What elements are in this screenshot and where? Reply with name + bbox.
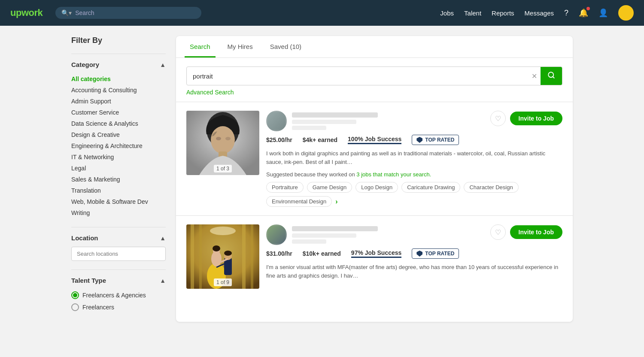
freelancer-subtitle-2	[292, 233, 356, 238]
user-switch-icon[interactable]: 👤	[598, 8, 608, 18]
freelancer-details-1	[292, 112, 378, 130]
tag-portraiture[interactable]: Portraiture	[266, 182, 304, 193]
main-search-area: ✕ Advanced Search	[176, 58, 573, 102]
save-button-2[interactable]: ♡	[490, 224, 506, 240]
stats-row-2: $31.00/hr $10k+ earned 97% Job Success T…	[266, 248, 562, 259]
badge-label-1: TOP RATED	[425, 137, 454, 143]
talent-type-chevron-icon: ▲	[160, 277, 166, 284]
category-translation[interactable]: Translation	[71, 185, 166, 196]
talent-type-header[interactable]: Talent Type ▲	[71, 277, 166, 284]
top-rated-badge-1: TOP RATED	[412, 135, 459, 145]
tab-search[interactable]: Search	[185, 36, 216, 57]
stats-row-1: $25.00/hr $4k+ earned 100% Job Success T…	[266, 135, 562, 145]
tag-character-design[interactable]: Character Design	[464, 182, 518, 193]
tab-my-hires[interactable]: My Hires	[222, 36, 258, 57]
notification-dot	[586, 7, 590, 10]
notifications-icon[interactable]: 🔔	[579, 8, 588, 18]
category-web[interactable]: Web, Mobile & Software Dev	[71, 196, 166, 207]
category-admin[interactable]: Admin Support	[71, 96, 166, 107]
sidebar: Filter By Category ▲ All categories Acco…	[71, 36, 166, 322]
location-filter: Location ▲	[71, 227, 166, 261]
header-search-input[interactable]	[75, 9, 187, 16]
category-writing[interactable]: Writing	[71, 207, 166, 218]
talent-option-freelancers[interactable]: Freelancers	[71, 301, 166, 313]
talent-freelancers-label: Freelancers	[82, 304, 114, 311]
portfolio-image-1[interactable]: 1 of 3	[186, 111, 259, 175]
job-success-2: 97% Job Success	[351, 249, 402, 258]
tag-logo-design[interactable]: Logo Design	[355, 182, 398, 193]
category-accounting[interactable]: Accounting & Consulting	[71, 85, 166, 96]
svg-rect-12	[242, 224, 246, 289]
page-layout: Filter By Category ▲ All categories Acco…	[64, 26, 580, 332]
location-chevron-icon: ▲	[160, 235, 166, 242]
category-all[interactable]: All categories	[71, 73, 166, 85]
tabs-bar: Search My Hires Saved (10)	[176, 36, 573, 58]
portfolio-image-2[interactable]: 1 of 9	[186, 224, 259, 289]
card-top-row-2: ♡ Invite to Job	[266, 224, 562, 245]
freelancer-name-2	[292, 226, 378, 231]
svg-point-14	[210, 227, 236, 235]
invite-button-2[interactable]: Invite to Job	[510, 225, 562, 239]
image-count-2: 1 of 9	[214, 278, 232, 286]
job-success-1: 100% Job Success	[348, 136, 401, 144]
card-top-row-1: ♡ Invite to Job	[266, 111, 562, 131]
header-search-bar[interactable]: 🔍▾	[55, 7, 201, 19]
main-search-button[interactable]	[541, 67, 562, 85]
tag-environmental-design[interactable]: Environmental Design	[266, 196, 332, 207]
category-filter-header[interactable]: Category ▲	[71, 61, 166, 68]
header-nav: Jobs Talent Reports Messages ? 🔔 👤	[440, 5, 634, 21]
freelancer-avatar-2	[266, 224, 287, 245]
help-icon[interactable]: ?	[564, 9, 568, 18]
svg-line-1	[553, 76, 554, 78]
card-actions-1: ♡ Invite to Job	[490, 111, 562, 126]
location-title: Location	[71, 234, 98, 242]
result-card-1: 1 of 3 ♡	[176, 102, 573, 215]
invite-button-1[interactable]: Invite to Job	[510, 112, 562, 125]
card-right-1: ♡ Invite to Job $25.00/hr $4k+ earned 10…	[266, 111, 562, 207]
category-customer-service[interactable]: Customer Service	[71, 107, 166, 118]
tag-game-design[interactable]: Game Design	[307, 182, 352, 193]
suggested-text-1: Suggested because they worked on 3 jobs …	[266, 171, 562, 178]
rate-2: $31.00/hr	[266, 250, 292, 257]
tags-more-icon[interactable]: ›	[335, 198, 337, 206]
category-it[interactable]: IT & Networking	[71, 151, 166, 163]
filter-by-title: Filter By	[71, 36, 166, 45]
search-clear-icon[interactable]: ✕	[528, 72, 541, 80]
logo[interactable]: upwork	[10, 7, 43, 18]
freelancer-name-1	[292, 112, 378, 118]
category-sales[interactable]: Sales & Marketing	[71, 174, 166, 185]
result-card-2: 1 of 9 ♡	[176, 215, 573, 297]
radio-agencies-fill	[73, 293, 77, 297]
svg-point-18	[213, 245, 220, 251]
header: upwork 🔍▾ Jobs Talent Reports Messages ?…	[0, 0, 644, 26]
category-legal[interactable]: Legal	[71, 163, 166, 174]
description-1: I work both in digital graphics and pain…	[266, 149, 562, 166]
main-search-input[interactable]	[187, 68, 528, 84]
nav-jobs[interactable]: Jobs	[440, 9, 454, 17]
talent-option-agencies[interactable]: Freelancers & Agencies	[71, 289, 166, 301]
user-avatar[interactable]	[618, 5, 634, 21]
category-engineering[interactable]: Engineering & Architecture	[71, 140, 166, 151]
nav-talent[interactable]: Talent	[464, 9, 481, 17]
category-design[interactable]: Design & Creative	[71, 129, 166, 140]
svg-rect-10	[191, 224, 194, 289]
description-2: I'm a senior visual artist with MFA(mast…	[266, 263, 562, 280]
location-search-input[interactable]	[71, 247, 166, 261]
location-filter-header[interactable]: Location ▲	[71, 234, 166, 242]
freelancer-info-1	[266, 111, 378, 131]
svg-point-4	[211, 126, 235, 154]
svg-rect-11	[199, 224, 202, 289]
category-data-science[interactable]: Data Science & Analytics	[71, 118, 166, 129]
svg-point-6	[216, 137, 221, 140]
tag-caricature[interactable]: Caricature Drawing	[401, 182, 460, 193]
save-button-1[interactable]: ♡	[490, 111, 506, 126]
suggested-link-1[interactable]: 3 jobs that match your search.	[356, 171, 431, 178]
tags-row-1: Portraiture Game Design Logo Design Cari…	[266, 182, 562, 207]
logo-text: upwork	[10, 7, 43, 18]
category-chevron-icon: ▲	[160, 61, 166, 68]
top-rated-badge-2: TOP RATED	[412, 248, 459, 259]
nav-reports[interactable]: Reports	[492, 9, 514, 17]
tab-saved[interactable]: Saved (10)	[265, 36, 307, 57]
advanced-search-link[interactable]: Advanced Search	[186, 85, 234, 97]
nav-messages[interactable]: Messages	[525, 9, 554, 17]
